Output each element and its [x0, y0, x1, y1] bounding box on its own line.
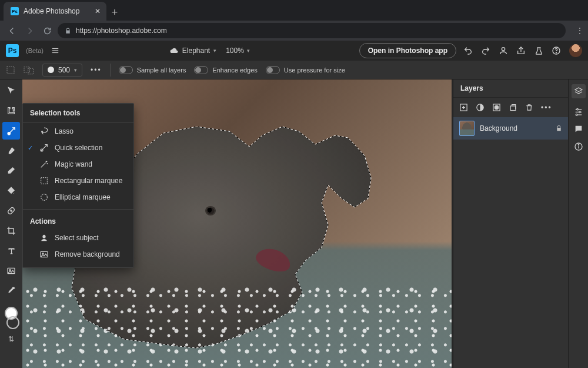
hamburger-menu-button[interactable]: [51, 47, 60, 55]
svg-point-32: [579, 111, 580, 113]
flyout-action-select-subject[interactable]: Select subject: [23, 230, 133, 246]
svg-point-3: [502, 48, 505, 51]
toggle-icon: [119, 66, 133, 74]
beaker-icon[interactable]: [534, 46, 543, 55]
eyedropper-tool[interactable]: [2, 282, 20, 300]
toggle-icon: [266, 66, 280, 74]
place-image-tool[interactable]: [2, 262, 20, 280]
flyout-header: Selection tools: [23, 104, 133, 123]
quick-selection-icon: [39, 143, 49, 152]
swap-colors-button[interactable]: ⇅: [8, 335, 14, 343]
svg-point-10: [8, 132, 10, 134]
app-header: Ps (Beta) Elephant ▾ 100% ▾ Open in Phot…: [0, 41, 588, 61]
sample-all-layers-toggle[interactable]: Sample all layers: [119, 66, 186, 74]
browser-menu-button[interactable]: ⋮: [569, 26, 583, 35]
svg-rect-8: [24, 67, 29, 72]
help-button[interactable]: [552, 46, 561, 55]
document-name-dropdown[interactable]: Elephant ▾: [169, 47, 216, 55]
fill-tool[interactable]: [2, 182, 20, 200]
background-color-swatch[interactable]: [6, 316, 19, 329]
layers-more-button[interactable]: •••: [541, 104, 552, 112]
canvas-area[interactable]: Selection tools Lasso ✓ Quick selection …: [22, 79, 453, 368]
svg-rect-18: [41, 178, 48, 184]
browser-address-bar: https://photoshop.adobe.com ⋮: [0, 21, 588, 41]
layers-rail-icon[interactable]: [572, 84, 586, 98]
svg-point-15: [9, 270, 11, 271]
layers-action-bar: •••: [453, 98, 568, 117]
checkmark-icon: ✓: [28, 144, 33, 152]
flyout-actions-header: Actions: [23, 213, 133, 230]
svg-point-21: [42, 253, 44, 254]
eraser-tool[interactable]: [2, 162, 20, 180]
clip-layer-button[interactable]: [509, 103, 517, 112]
flyout-item-magic-wand[interactable]: Magic wand: [23, 156, 133, 173]
magic-wand-icon: [39, 160, 49, 169]
lock-icon: [65, 28, 71, 34]
undo-button[interactable]: [463, 46, 473, 55]
flyout-separator: [23, 209, 133, 210]
url-text: https://photoshop.adobe.com: [76, 26, 167, 35]
ellipse-marquee-icon: [39, 193, 49, 202]
properties-rail-icon[interactable]: [574, 107, 583, 116]
layer-row-background[interactable]: Background: [453, 117, 568, 140]
chevron-down-icon: ▾: [247, 48, 250, 54]
zoom-dropdown[interactable]: 100% ▾: [226, 47, 250, 55]
layers-panel-title: Layers: [453, 79, 568, 98]
svg-point-19: [41, 194, 48, 201]
enhance-edges-toggle[interactable]: Enhance edges: [194, 66, 257, 74]
add-mask-button[interactable]: [492, 103, 501, 112]
svg-rect-9: [28, 68, 34, 74]
lock-icon[interactable]: [556, 125, 562, 132]
heal-tool[interactable]: [2, 202, 20, 220]
close-tab-icon[interactable]: ✕: [95, 7, 101, 15]
photoshop-logo-icon[interactable]: Ps: [6, 44, 19, 57]
crop-tool[interactable]: [2, 222, 20, 240]
svg-point-16: [42, 131, 43, 132]
user-avatar[interactable]: [569, 44, 582, 57]
reload-button[interactable]: [40, 24, 54, 38]
flyout-item-quick-selection[interactable]: ✓ Quick selection: [23, 140, 133, 156]
svg-point-27: [495, 105, 498, 109]
redo-button[interactable]: [481, 46, 490, 55]
flyout-action-remove-background[interactable]: Remove background: [23, 246, 133, 263]
info-rail-icon[interactable]: [574, 142, 583, 151]
open-in-app-button[interactable]: Open in Photoshop app: [359, 43, 456, 58]
share-button[interactable]: [516, 46, 526, 55]
back-button[interactable]: [5, 24, 19, 38]
brush-size-value: 500: [58, 66, 70, 74]
selection-tool[interactable]: [2, 122, 20, 140]
chevron-down-icon: ▾: [213, 48, 216, 54]
svg-point-6: [556, 52, 556, 53]
move-tool[interactable]: [2, 82, 20, 100]
svg-rect-7: [7, 67, 14, 74]
svg-rect-28: [510, 106, 516, 111]
brush-size-dropdown[interactable]: 500 ▾: [42, 64, 82, 77]
account-button[interactable]: [499, 46, 508, 55]
more-options-button[interactable]: •••: [91, 66, 102, 74]
flyout-item-rect-marquee[interactable]: Rectangular marquee: [23, 173, 133, 189]
flyout-item-lasso[interactable]: Lasso: [23, 123, 133, 140]
type-tool[interactable]: [2, 242, 20, 260]
add-selection-mode-icon[interactable]: [24, 64, 34, 76]
add-layer-button[interactable]: [459, 103, 468, 112]
flyout-item-ellipse-marquee[interactable]: Elliptical marquee: [23, 189, 133, 205]
forward-button[interactable]: [22, 24, 36, 38]
brush-tool[interactable]: [2, 142, 20, 160]
delete-layer-button[interactable]: [525, 103, 533, 112]
select-subject-icon: [39, 233, 49, 243]
divider: [110, 64, 111, 77]
beta-label: (Beta): [26, 47, 44, 54]
cloud-icon: [169, 47, 179, 55]
transform-tool[interactable]: [2, 102, 20, 120]
toggle-icon: [194, 66, 208, 74]
use-pressure-toggle[interactable]: Use pressure for size: [266, 66, 345, 74]
browser-tab[interactable]: Ps Adobe Photoshop ✕: [4, 2, 106, 21]
svg-point-37: [578, 144, 579, 145]
lasso-icon: [39, 127, 49, 136]
comments-rail-icon[interactable]: [574, 124, 583, 134]
url-field[interactable]: https://photoshop.adobe.com: [58, 23, 566, 38]
new-tab-button[interactable]: +: [106, 4, 123, 21]
new-selection-mode-icon[interactable]: [6, 64, 15, 76]
rect-marquee-icon: [39, 176, 49, 185]
adjustment-layer-button[interactable]: [476, 103, 485, 112]
